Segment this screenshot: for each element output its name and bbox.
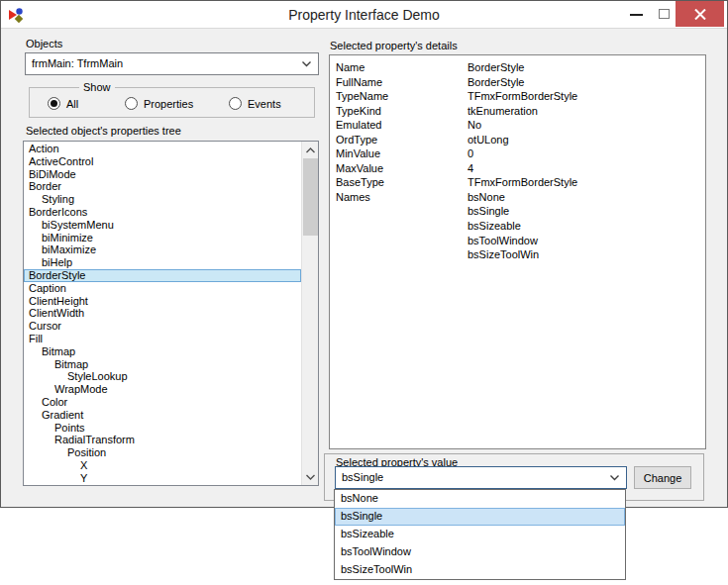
minimize-button[interactable] — [623, 1, 649, 27]
detail-name — [336, 204, 468, 219]
detail-name: TypeName — [336, 89, 468, 104]
radio-label: Properties — [144, 98, 193, 110]
tree-item[interactable]: Color — [24, 396, 301, 409]
value-combobox-value: bsSingle — [342, 471, 383, 483]
close-button[interactable] — [676, 1, 724, 27]
maximize-icon — [659, 9, 670, 19]
change-button-label: Change — [644, 472, 682, 484]
radio-label: All — [66, 98, 78, 110]
detail-name: OrdType — [336, 133, 468, 147]
detail-row: FullNameBorderStyle — [336, 75, 705, 90]
tree-item[interactable]: ClientHeight — [24, 295, 301, 308]
objects-combobox[interactable]: frmMain: TfrmMain — [25, 52, 319, 75]
scroll-up-button[interactable] — [302, 143, 319, 157]
window-title: Property Interface Demo — [1, 7, 727, 23]
detail-value: bsSizeToolWin — [468, 247, 705, 262]
scrollbar-thumb[interactable] — [303, 158, 318, 236]
radio-circle-icon — [229, 97, 242, 110]
scroll-up-icon — [306, 147, 315, 153]
tree-item[interactable]: Position — [24, 446, 301, 459]
tree-item[interactable]: WrapMode — [24, 383, 301, 396]
radio-option-all[interactable]: All — [48, 97, 78, 110]
show-groupbox: Show AllPropertiesEvents — [29, 87, 315, 118]
chevron-down-icon — [302, 61, 311, 67]
tree-item[interactable]: Action — [24, 143, 301, 155]
detail-value: BorderStyle — [468, 60, 705, 75]
tree-item[interactable]: Caption — [24, 282, 301, 295]
tree-item[interactable]: X — [24, 459, 301, 472]
tree-item[interactable]: BiDiMode — [24, 168, 301, 181]
detail-name: Names — [336, 190, 468, 205]
tree-item[interactable]: ClientWidth — [24, 307, 301, 320]
radio-option-events[interactable]: Events — [229, 97, 281, 110]
tree-item[interactable]: Fill — [24, 333, 301, 345]
close-icon — [694, 9, 706, 20]
dropdown-item[interactable]: bsSingle — [335, 508, 625, 526]
tree-item[interactable]: RadialTransform — [24, 434, 301, 446]
objects-label: Objects — [26, 38, 62, 49]
dropdown-item[interactable]: bsSizeable — [335, 526, 625, 543]
radio-circle-icon — [48, 97, 60, 110]
tree-item[interactable]: biSystemMenu — [24, 219, 301, 232]
detail-row: MinValue0 — [336, 146, 705, 161]
chevron-down-icon — [610, 475, 619, 481]
detail-name: Name — [336, 60, 468, 75]
tree-item[interactable]: Styling — [24, 193, 301, 206]
title-bar[interactable]: Property Interface Demo — [1, 1, 727, 29]
detail-value: TFmxFormBorderStyle — [468, 175, 705, 190]
dropdown-item[interactable]: bsToolWindow — [335, 543, 625, 561]
tree-item[interactable]: Bitmap — [24, 345, 301, 358]
detail-value: otULong — [468, 133, 705, 147]
app-window: Property Interface Demo Objects frmMain:… — [0, 0, 728, 508]
radio-option-properties[interactable]: Properties — [125, 97, 193, 110]
details-listbox: NameBorderStyleFullNameBorderStyleTypeNa… — [329, 54, 706, 449]
detail-name: Emulated — [336, 118, 468, 133]
detail-value: bsNone — [468, 190, 705, 205]
tree-item[interactable]: Points — [24, 422, 301, 435]
detail-row: bsSingle — [336, 204, 705, 219]
detail-value: bsSingle — [468, 204, 705, 219]
objects-combobox-value: frmMain: TfrmMain — [32, 57, 123, 69]
detail-row: bsSizeable — [336, 219, 705, 234]
dropdown-item[interactable]: bsSizeToolWin — [335, 561, 625, 579]
tree-item[interactable]: Bitmap — [24, 358, 301, 371]
value-combobox[interactable]: bsSingle — [335, 466, 627, 489]
dropdown-item[interactable]: bsNone — [335, 490, 625, 508]
minimize-icon — [630, 14, 643, 16]
change-button[interactable]: Change — [634, 466, 691, 489]
scroll-down-button[interactable] — [302, 469, 319, 484]
tree-item[interactable]: BorderIcons — [24, 206, 301, 219]
tree-item[interactable]: BorderStyle — [24, 269, 301, 282]
detail-value: tkEnumeration — [468, 104, 705, 119]
detail-row: bsToolWindow — [336, 234, 705, 248]
detail-name — [336, 247, 468, 262]
details-label: Selected property's details — [330, 40, 458, 51]
tree-scrollbar[interactable] — [301, 142, 318, 485]
detail-row: EmulatedNo — [336, 118, 705, 133]
detail-row: NamesbsNone — [336, 190, 705, 205]
detail-name — [336, 219, 468, 234]
scroll-down-icon — [306, 474, 315, 480]
tree-item[interactable]: Cursor — [24, 320, 301, 333]
detail-name: TypeKind — [336, 104, 468, 119]
radio-dot-icon — [51, 100, 57, 107]
tree-item[interactable]: StyleLookup — [24, 370, 301, 383]
tree-item[interactable]: Border — [24, 180, 301, 193]
tree-item[interactable]: Y — [24, 472, 301, 484]
detail-name: FullName — [336, 75, 468, 90]
detail-name — [336, 234, 468, 248]
tree-item[interactable]: biMinimize — [24, 232, 301, 244]
detail-value: No — [468, 118, 705, 133]
detail-value: 4 — [468, 161, 705, 176]
maximize-button[interactable] — [651, 1, 676, 27]
tree-item[interactable]: biHelp — [24, 256, 301, 269]
detail-row: OrdTypeotULong — [336, 133, 705, 147]
value-dropdown-list: bsNonebsSinglebsSizeablebsToolWindowbsSi… — [334, 489, 626, 580]
radio-circle-icon — [125, 97, 138, 110]
tree-item[interactable]: Gradient — [24, 409, 301, 422]
tree-item[interactable]: biMaximize — [24, 244, 301, 256]
tree-items-container: ActionActiveControlBiDiModeBorderStyling… — [24, 143, 301, 484]
show-group-caption: Show — [79, 81, 115, 93]
tree-item[interactable]: ActiveControl — [24, 155, 301, 168]
detail-row: NameBorderStyle — [336, 60, 705, 75]
